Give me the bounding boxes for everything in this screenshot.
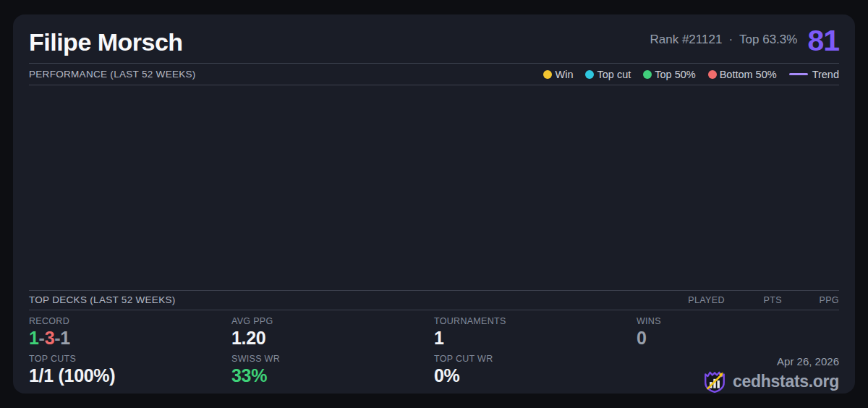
- performance-section-title: PERFORMANCE (LAST 52 WEEKS): [29, 69, 196, 80]
- player-stats-card: Filipe Morsch Rank #21121 · Top 63.3% 81…: [13, 14, 855, 394]
- topcut-dot-icon: [585, 70, 594, 79]
- stat-swiss-wr-value: 33%: [231, 366, 434, 386]
- stat-wins: WINS 0: [637, 316, 839, 354]
- top-decks-header-row: TOP DECKS (LAST 52 WEEKS) PLAYED PTS PPG: [29, 291, 839, 310]
- record-separator-1: -: [39, 328, 45, 348]
- performance-section-head: PERFORMANCE (LAST 52 WEEKS) Win Top cut …: [29, 64, 839, 85]
- stat-top-cut-wr-label: TOP CUT WR: [434, 354, 637, 364]
- stat-tournaments-value: 1: [434, 328, 637, 349]
- player-name: Filipe Morsch: [29, 29, 183, 56]
- brand-row[interactable]: cedhstats.org: [702, 369, 839, 394]
- legend-label-bottom50: Bottom 50%: [720, 69, 777, 80]
- legend-item-bottom50: Bottom 50%: [708, 69, 777, 80]
- stat-swiss-wr-label: SWISS WR: [231, 354, 434, 364]
- stat-wins-value: 0: [637, 328, 839, 349]
- rank-separator-dot: ·: [728, 33, 733, 47]
- legend-label-topcut: Top cut: [597, 69, 631, 80]
- stat-tournaments-label: TOURNAMENTS: [434, 316, 637, 326]
- record-draws: 1: [60, 328, 70, 348]
- card-header: Filipe Morsch Rank #21121 · Top 63.3% 81: [29, 14, 839, 63]
- stat-top-cuts-value: 1/1 (100%): [29, 366, 231, 386]
- rank-text: Rank #21121: [650, 33, 723, 47]
- brand-text: cedhstats.org: [733, 372, 839, 391]
- column-header-ppg: PPG: [782, 295, 839, 305]
- legend-item-trend: Trend: [789, 69, 839, 80]
- record-wins: 1: [29, 328, 39, 348]
- stat-top-cut-wr-value: 0%: [434, 366, 637, 386]
- cedhstats-logo-icon: [702, 369, 727, 394]
- top-percent-text: Top 63.3%: [739, 33, 797, 47]
- performance-chart-area: [29, 85, 839, 289]
- legend-label-trend: Trend: [812, 69, 839, 80]
- stat-avg-ppg-value: 1.20: [231, 328, 434, 349]
- stat-swiss-wr: SWISS WR 33%: [231, 354, 434, 394]
- legend-item-topcut: Top cut: [585, 69, 631, 80]
- footer-meta: Apr 26, 2026 cedhstats.org: [637, 354, 839, 394]
- stat-avg-ppg-label: AVG PPG: [231, 316, 434, 326]
- stat-record: RECORD 1-3-1: [29, 316, 231, 354]
- stat-top-cuts-label: TOP CUTS: [29, 354, 231, 364]
- stat-top-cuts: TOP CUTS 1/1 (100%): [29, 354, 231, 394]
- player-score: 81: [807, 26, 839, 56]
- header-right: Rank #21121 · Top 63.3% 81: [650, 26, 840, 56]
- win-dot-icon: [543, 70, 552, 79]
- top-decks-section-title: TOP DECKS (LAST 52 WEEKS): [29, 294, 176, 305]
- column-header-pts: PTS: [725, 295, 782, 305]
- stat-record-value: 1-3-1: [29, 328, 231, 349]
- stat-tournaments: TOURNAMENTS 1: [434, 316, 637, 354]
- trend-line-icon: [789, 73, 808, 75]
- top-decks-columns: PLAYED PTS PPG: [638, 295, 839, 305]
- rank-line: Rank #21121 · Top 63.3%: [650, 33, 798, 50]
- legend-label-top50: Top 50%: [655, 69, 695, 80]
- legend-item-top50: Top 50%: [643, 69, 695, 80]
- top50-dot-icon: [643, 70, 652, 79]
- stat-record-label: RECORD: [29, 316, 231, 326]
- column-header-played: PLAYED: [638, 295, 725, 305]
- stat-avg-ppg: AVG PPG 1.20: [231, 316, 434, 354]
- legend-label-win: Win: [555, 69, 573, 80]
- stats-grid: RECORD 1-3-1 AVG PPG 1.20 TOURNAMENTS 1 …: [29, 310, 839, 394]
- report-date: Apr 26, 2026: [777, 355, 839, 367]
- bottom50-dot-icon: [708, 70, 717, 79]
- stat-top-cut-wr: TOP CUT WR 0%: [434, 354, 637, 394]
- chart-legend: Win Top cut Top 50% Bottom 50% Trend: [543, 69, 839, 80]
- record-losses: 3: [45, 328, 55, 348]
- stat-wins-label: WINS: [637, 316, 839, 326]
- legend-item-win: Win: [543, 69, 573, 80]
